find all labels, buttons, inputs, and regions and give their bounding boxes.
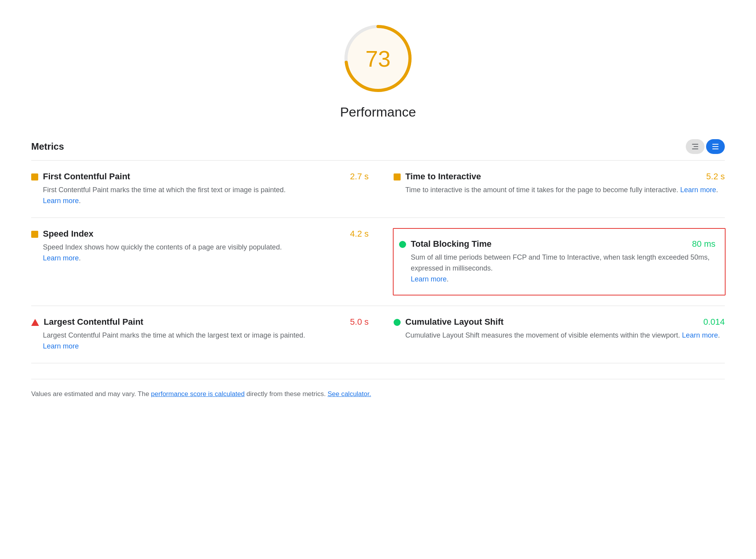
footer-text-between: directly from these metrics. bbox=[245, 390, 328, 398]
metric-cls: Cumulative Layout Shift 0.014 Cumulative… bbox=[378, 306, 725, 363]
metric-lcp-title-group: Largest Contentful Paint bbox=[31, 317, 143, 327]
footer-link-calculator-explained[interactable]: performance score is calculated bbox=[151, 390, 245, 398]
metric-tti-title-group: Time to Interactive bbox=[394, 172, 481, 182]
metrics-header: Metrics bbox=[31, 131, 725, 161]
tbt-icon bbox=[399, 241, 406, 248]
metric-tti: Time to Interactive 5.2 s Time to intera… bbox=[378, 161, 725, 218]
metric-lcp: Largest Contentful Paint 5.0 s Largest C… bbox=[31, 306, 378, 363]
footer-text-before: Values are estimated and may vary. The bbox=[31, 390, 151, 398]
footer-link-see-calculator[interactable]: See calculator. bbox=[328, 390, 371, 398]
cls-value: 0.014 bbox=[703, 317, 725, 327]
fcp-learn-more[interactable]: Learn more bbox=[43, 197, 79, 205]
metric-si: Speed Index 4.2 s Speed Index shows how … bbox=[31, 218, 378, 306]
tbt-description: Sum of all time periods between FCP and … bbox=[411, 252, 715, 285]
view-toggle-buttons bbox=[686, 139, 725, 154]
red-triangle-icon-lcp bbox=[31, 319, 39, 326]
score-label: Performance bbox=[340, 104, 416, 120]
score-section: 73 Performance bbox=[31, 0, 725, 131]
metric-tbt: Total Blocking Time 80 ms Sum of all tim… bbox=[393, 228, 726, 296]
si-value: 4.2 s bbox=[350, 229, 369, 239]
orange-square-icon-si bbox=[31, 231, 38, 238]
list-view-button[interactable] bbox=[706, 139, 725, 154]
tti-icon bbox=[394, 173, 401, 180]
tbt-value: 80 ms bbox=[692, 239, 715, 249]
orange-square-icon bbox=[31, 173, 38, 180]
cls-icon bbox=[394, 319, 401, 326]
tbt-learn-more[interactable]: Learn more bbox=[411, 275, 447, 283]
tbt-name: Total Blocking Time bbox=[411, 239, 492, 249]
metric-cls-title-group: Cumulative Layout Shift bbox=[394, 317, 504, 327]
metrics-title: Metrics bbox=[31, 141, 64, 152]
green-circle-icon-cls bbox=[394, 319, 401, 326]
metric-fcp-title-group: First Contentful Paint bbox=[31, 172, 130, 182]
lcp-value: 5.0 s bbox=[350, 317, 369, 327]
lcp-icon bbox=[31, 319, 39, 326]
fcp-description: First Contentful Paint marks the time at… bbox=[43, 185, 369, 207]
tti-description: Time to interactive is the amount of tim… bbox=[405, 185, 725, 196]
fcp-value: 2.7 s bbox=[350, 172, 369, 182]
cls-description: Cumulative Layout Shift measures the mov… bbox=[405, 330, 725, 341]
orange-square-icon-tti bbox=[394, 173, 401, 180]
si-icon bbox=[31, 231, 38, 238]
metric-tbt-header: Total Blocking Time 80 ms bbox=[399, 239, 715, 249]
tti-value: 5.2 s bbox=[706, 172, 725, 182]
si-name: Speed Index bbox=[43, 229, 94, 239]
footer: Values are estimated and may vary. The p… bbox=[31, 379, 725, 415]
si-description: Speed Index shows how quickly the conten… bbox=[43, 242, 369, 264]
fcp-name: First Contentful Paint bbox=[43, 172, 130, 182]
tti-name: Time to Interactive bbox=[405, 172, 481, 182]
list-icon bbox=[712, 144, 719, 149]
metric-si-header: Speed Index 4.2 s bbox=[31, 229, 369, 239]
metric-tbt-wrapper: Total Blocking Time 80 ms Sum of all tim… bbox=[378, 218, 725, 306]
metric-tti-header: Time to Interactive 5.2 s bbox=[394, 172, 725, 182]
compact-view-button[interactable] bbox=[686, 139, 705, 154]
metric-lcp-header: Largest Contentful Paint 5.0 s bbox=[31, 317, 369, 327]
lcp-name: Largest Contentful Paint bbox=[44, 317, 143, 327]
lcp-learn-more[interactable]: Learn more bbox=[43, 342, 79, 350]
green-circle-icon-tbt bbox=[399, 241, 406, 248]
cls-name: Cumulative Layout Shift bbox=[405, 317, 504, 327]
tti-learn-more[interactable]: Learn more bbox=[680, 186, 716, 194]
score-circle: 73 bbox=[343, 23, 413, 94]
metric-si-title-group: Speed Index bbox=[31, 229, 94, 239]
metric-fcp: First Contentful Paint 2.7 s First Conte… bbox=[31, 161, 378, 218]
score-value: 73 bbox=[366, 46, 391, 72]
si-learn-more[interactable]: Learn more bbox=[43, 254, 79, 262]
lcp-description: Largest Contentful Paint marks the time … bbox=[43, 330, 369, 352]
cls-learn-more[interactable]: Learn more bbox=[682, 331, 718, 339]
metric-fcp-header: First Contentful Paint 2.7 s bbox=[31, 172, 369, 182]
metrics-grid: First Contentful Paint 2.7 s First Conte… bbox=[31, 161, 725, 363]
metric-tbt-title-group: Total Blocking Time bbox=[399, 239, 492, 249]
compact-icon bbox=[692, 144, 698, 149]
fcp-icon bbox=[31, 173, 38, 180]
metric-cls-header: Cumulative Layout Shift 0.014 bbox=[394, 317, 725, 327]
